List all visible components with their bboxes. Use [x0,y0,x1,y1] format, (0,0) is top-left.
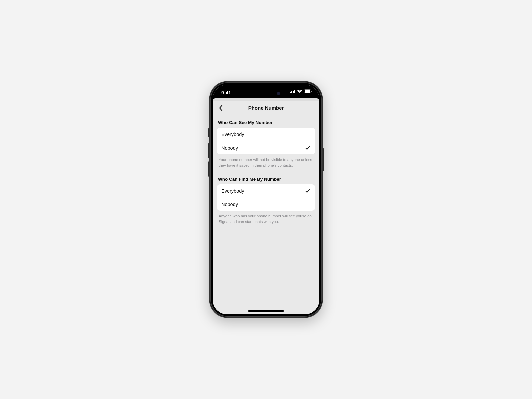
section-header-see: Who Can See My Number [217,117,315,128]
svg-rect-5 [305,90,310,93]
section-footer-find: Anyone who has your phone number will se… [217,211,315,230]
option-label: Everybody [221,188,244,194]
dynamic-island [250,89,282,98]
section-see-options: Everybody Nobody [217,128,315,154]
chevron-left-icon [218,105,223,111]
battery-icon [304,89,312,93]
page-title: Phone Number [248,105,284,111]
option-find-everybody[interactable]: Everybody [217,184,315,198]
section-header-find: Who Can Find Me By Number [217,173,315,184]
checkmark-icon [305,188,311,194]
svg-rect-6 [311,91,312,92]
option-find-nobody[interactable]: Nobody [217,198,315,211]
settings-content: Who Can See My Number Everybody Nobody Y… [213,115,319,230]
option-label: Nobody [221,202,238,207]
home-indicator [248,310,284,312]
option-see-everybody[interactable]: Everybody [217,128,315,141]
back-button[interactable] [216,103,225,113]
section-find-options: Everybody Nobody [217,184,315,211]
phone-frame: 9:41 [209,81,323,318]
option-see-nobody[interactable]: Nobody [217,141,315,154]
volume-up-button [208,143,209,158]
checkmark-icon [305,131,311,137]
svg-rect-0 [290,92,291,93]
mute-switch [208,128,209,137]
svg-rect-3 [294,90,295,93]
side-button [323,148,324,171]
option-label: Everybody [221,132,244,137]
nav-bar: Phone Number [213,101,319,115]
svg-rect-1 [291,91,292,93]
cellular-icon [290,90,295,93]
wifi-icon [297,90,302,93]
checkmark-icon [305,201,311,207]
svg-rect-2 [293,91,294,93]
settings-sheet: Phone Number Who Can See My Number Every… [213,101,319,314]
phone-screen: 9:41 [213,85,319,314]
status-indicators [290,89,312,93]
option-label: Nobody [221,145,238,151]
volume-down-button [208,161,209,177]
status-time: 9:41 [221,90,231,95]
checkmark-icon [305,145,311,151]
section-footer-see: Your phone number will not be visible to… [217,154,315,173]
